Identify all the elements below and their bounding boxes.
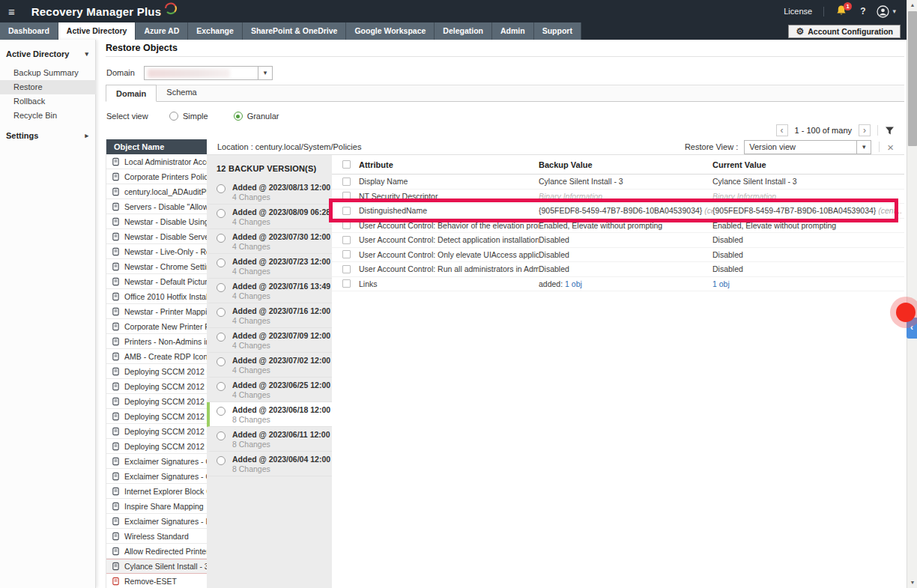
backup-version-item[interactable]: Added @ 2023/06/25 12:004 Changes (207, 378, 332, 402)
backup-version-item[interactable]: Added @ 2023/06/11 12:008 Changes (207, 427, 332, 452)
attribute-row-distinguishedname[interactable]: DistinguishedName {905FEDF8-5459-47B7-B9… (332, 204, 904, 219)
user-menu[interactable]: ▾ (877, 5, 896, 18)
object-list-item[interactable]: Newstar - Printer Mapping (106, 304, 207, 319)
sidebar-item-rollback[interactable]: Rollback (0, 94, 96, 109)
object-list-item[interactable]: Local Administrator Accou (106, 154, 207, 169)
object-list-item[interactable]: Deploying SCCM 2012 Cli (106, 409, 207, 424)
object-list-item[interactable]: Servers - Disable "Allow n (106, 199, 207, 214)
object-list-item[interactable]: Corporate New Printer Pol (106, 319, 207, 334)
restore-view-select[interactable]: Version view ▾ (744, 140, 871, 154)
checkbox[interactable] (342, 221, 351, 229)
tab-azure-ad[interactable]: Azure AD (136, 22, 188, 40)
object-list-item[interactable]: Wireless Standard (106, 529, 207, 544)
links-backup-link[interactable]: 1 obj (565, 279, 582, 288)
object-list-item[interactable]: Newstar - Disable Using E (106, 214, 207, 229)
links-current-link[interactable]: 1 obj (712, 279, 730, 288)
select-all-checkbox[interactable] (342, 160, 351, 169)
domain-select[interactable]: ▾ (144, 66, 273, 80)
radio-unchecked-icon[interactable] (217, 357, 226, 366)
backup-version-item[interactable]: Added @ 2023/07/30 12:004 Changes (207, 229, 332, 254)
object-list-item-deleted[interactable]: Remove-ESET (106, 574, 207, 588)
radio-unchecked-icon[interactable] (217, 456, 226, 465)
object-list-item[interactable]: Newstar - Disable Server (106, 229, 207, 244)
attribute-row[interactable]: Display Name Cylance Silent Install - 3 … (332, 175, 904, 190)
close-icon[interactable]: × (887, 142, 894, 153)
tab-exchange[interactable]: Exchange (188, 22, 243, 40)
object-list-item[interactable]: Exclaimer Signatures - Re (106, 514, 207, 529)
tab-sharepoint-onedrive[interactable]: SharePoint & OneDrive (243, 22, 347, 40)
radio-unchecked-icon[interactable] (217, 407, 226, 416)
backup-version-item[interactable]: Added @ 2023/07/02 12:004 Changes (207, 353, 332, 378)
sidebar-item-backup-summary[interactable]: Backup Summary (0, 66, 96, 80)
scroll-down-icon[interactable]: ▼ (907, 578, 917, 588)
attribute-row[interactable]: User Account Control: Behavior of the el… (332, 219, 904, 234)
radio-unchecked-icon[interactable] (169, 112, 178, 121)
object-list-item[interactable]: century.local_ADAuditPlus (106, 184, 207, 199)
radio-unchecked-icon[interactable] (217, 184, 226, 193)
sidebar-item-recycle-bin[interactable]: Recycle Bin (0, 109, 96, 123)
tab-delegation[interactable]: Delegation (435, 22, 492, 40)
menu-icon[interactable]: ≡ (8, 5, 15, 18)
radio-unchecked-icon[interactable] (217, 234, 226, 243)
checkbox[interactable] (342, 178, 351, 186)
backup-version-item[interactable]: Added @ 2023/08/13 12:004 Changes (207, 180, 332, 204)
prev-page-button[interactable]: ‹ (776, 124, 788, 136)
object-list-item[interactable]: Printers - Non-Admins ins (106, 334, 207, 349)
tab-domain[interactable]: Domain (106, 85, 157, 102)
sidebar-item-restore[interactable]: Restore (0, 80, 96, 94)
sidebar-section-active-directory[interactable]: Active Directory ▾ (0, 46, 96, 61)
object-list-item[interactable]: Office 2010 Hotfix Install (106, 289, 207, 304)
next-page-button[interactable]: › (859, 124, 871, 136)
tab-support[interactable]: Support (534, 22, 581, 40)
radio-unchecked-icon[interactable] (217, 431, 226, 440)
radio-unchecked-icon[interactable] (217, 258, 226, 267)
attribute-row-links[interactable]: Links added: 1 obj 1 obj (332, 277, 904, 292)
radio-simple[interactable]: Simple (169, 112, 208, 121)
panel-collapse-handle[interactable]: ‹ (907, 318, 917, 339)
object-list-item[interactable]: Newstar - Live-Only - Rel (106, 244, 207, 259)
attribute-row[interactable]: User Account Control: Only elevate UIAcc… (332, 248, 904, 263)
checkbox[interactable] (342, 207, 351, 215)
backup-version-item[interactable]: Added @ 2023/07/16 12:004 Changes (207, 303, 332, 328)
tab-active-directory[interactable]: Active Directory (58, 22, 136, 40)
scrollbar-thumb[interactable] (908, 11, 917, 146)
object-list-item[interactable]: AMB - Create RDP Icon (106, 349, 207, 364)
radio-unchecked-icon[interactable] (217, 333, 226, 342)
attribute-row[interactable]: User Account Control: Run all administra… (332, 262, 904, 277)
object-list-item[interactable]: Deploying SCCM 2012 Cli (106, 439, 207, 454)
checkbox[interactable] (342, 279, 351, 288)
object-list-item[interactable]: Deploying SCCM 2012 Cli (106, 364, 207, 379)
radio-unchecked-icon[interactable] (217, 209, 226, 218)
object-list-item-selected[interactable]: Cylance Silent Install - 3 (106, 559, 207, 574)
attribute-row[interactable]: User Account Control: Detect application… (332, 233, 904, 248)
object-list-item[interactable]: Newstar - Default Picture (106, 274, 207, 289)
object-list-item[interactable]: Newstar - Chrome Setting (106, 259, 207, 274)
backup-version-item[interactable]: Added @ 2023/08/09 06:284 Changes (207, 204, 332, 229)
attribute-row[interactable]: NT Security Descriptor Binary Informatio… (332, 190, 904, 204)
scroll-up-icon[interactable]: ▲ (907, 0, 917, 10)
notification-bell-icon[interactable]: 1 (835, 4, 849, 18)
object-list-item[interactable]: Deploying SCCM 2012 Cli (106, 424, 207, 439)
object-list-item[interactable]: Allow Redirected Printers (106, 544, 207, 559)
account-configuration-button[interactable]: ⚙ Account Configuration (788, 25, 901, 38)
backup-version-item[interactable]: Added @ 2023/06/04 12:008 Changes (207, 452, 332, 476)
object-list-item[interactable]: Inspire Share Mapping (106, 499, 207, 514)
radio-unchecked-icon[interactable] (217, 308, 226, 317)
radio-unchecked-icon[interactable] (217, 283, 226, 292)
checkbox[interactable] (342, 236, 351, 244)
backup-version-item[interactable]: Added @ 2023/07/23 12:004 Changes (207, 254, 332, 279)
checkbox[interactable] (342, 250, 351, 258)
tab-admin[interactable]: Admin (492, 22, 534, 40)
tab-google-workspace[interactable]: Google Workspace (346, 22, 435, 40)
license-link[interactable]: License (784, 7, 812, 16)
help-icon[interactable]: ? (860, 6, 865, 16)
tab-dashboard[interactable]: Dashboard (0, 22, 58, 40)
radio-unchecked-icon[interactable] (217, 382, 226, 391)
backup-version-item-selected[interactable]: Added @ 2023/06/18 12:008 Changes (207, 402, 332, 427)
checkbox[interactable] (342, 192, 351, 200)
object-list-item[interactable]: Exclaimer Signatures - Ou (106, 454, 207, 469)
backup-version-item[interactable]: Added @ 2023/07/16 13:494 Changes (207, 279, 332, 303)
backup-version-item[interactable]: Added @ 2023/07/09 12:004 Changes (207, 328, 332, 353)
radio-granular[interactable]: Granular (234, 112, 279, 121)
vertical-scrollbar[interactable]: ▲ ▼ (907, 0, 917, 588)
